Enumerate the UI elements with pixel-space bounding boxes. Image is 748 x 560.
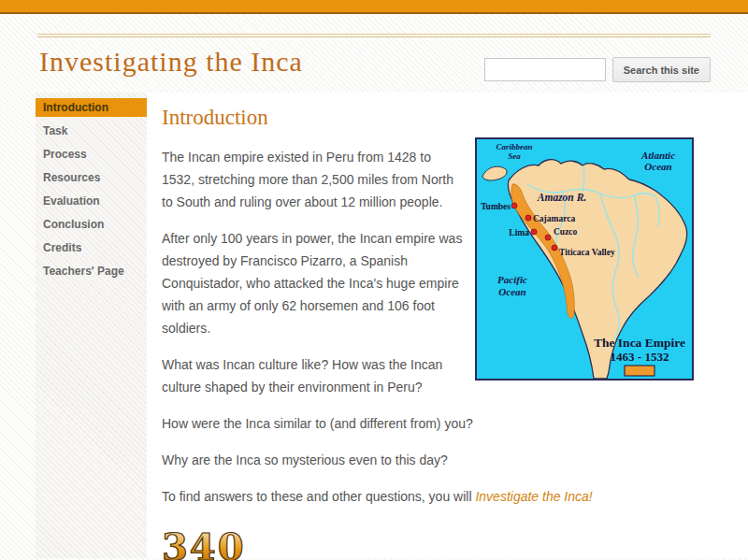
map-dot-cajamarca (525, 215, 531, 221)
closing-text: To find answers to these and other quest… (162, 489, 475, 504)
map-label-pacific-1: Pacific (497, 274, 527, 285)
page-body: Introduction Task Process Resources Eval… (0, 93, 748, 558)
top-accent-bar (0, 0, 748, 14)
map-label-tumbes: Tumbes (481, 202, 511, 211)
sidebar-nav: Introduction Task Process Resources Eval… (36, 93, 147, 558)
map-dot-titicaca (552, 245, 557, 251)
map-label-amazon: Amazon R. (537, 192, 586, 203)
site-header: Investigating the Inca Search this site (0, 14, 748, 93)
sidebar-item-credits[interactable]: Credits (36, 238, 147, 257)
map-label-caribbean-2: Sea (508, 151, 521, 161)
hit-counter: 340 Hit Counter Code (162, 528, 694, 560)
map-label-lima: Lima (509, 228, 529, 237)
map-label-atlantic-2: Ocean (644, 161, 671, 172)
search-button[interactable]: Search this site (612, 57, 711, 82)
map-label-pacific-2: Ocean (498, 286, 525, 297)
content-area: Tumbes Cajamarca Lima Cuzco Titicaca Val… (162, 132, 694, 560)
sidebar-item-evaluation[interactable]: Evaluation (36, 192, 147, 210)
intro-paragraph-5: Why are the Inca so mysterious even to t… (162, 449, 694, 471)
map-label-caribbean-1: Caribbean (496, 142, 532, 151)
investigate-the-inca-link[interactable]: Investigate the Inca! (475, 489, 592, 504)
main-content: Introduction (147, 93, 748, 558)
sidebar-item-task[interactable]: Task (36, 122, 147, 140)
sidebar-item-conclusion[interactable]: Conclusion (36, 215, 147, 234)
search-input[interactable] (484, 58, 606, 81)
decorative-rule (37, 34, 711, 37)
search-area: Search this site (484, 57, 711, 82)
sidebar-item-process[interactable]: Process (36, 145, 147, 164)
sidebar-item-teachers-page[interactable]: Teachers' Page (36, 262, 147, 280)
site-title: Investigating the Inca (39, 46, 303, 78)
map-dot-cuzco (545, 235, 551, 240)
map-dot-lima (531, 229, 537, 235)
map-label-titicaca-valley: Titicaca Valley (559, 248, 615, 257)
inca-empire-map-image: Tumbes Cajamarca Lima Cuzco Titicaca Val… (475, 137, 694, 381)
map-legend-title: The Inca Empire (594, 336, 685, 350)
map-label-cajamarca: Cajamarca (533, 214, 575, 223)
closing-paragraph: To find answers to these and other quest… (162, 485, 694, 508)
sidebar-item-introduction[interactable]: Introduction (36, 98, 147, 117)
map-legend-swatch (625, 366, 654, 376)
sidebar-list: Introduction Task Process Resources Eval… (36, 98, 147, 280)
intro-paragraph-4: How were the Inca similar to (and differ… (162, 412, 694, 435)
map-legend-years: 1463 - 1532 (611, 350, 669, 364)
map-label-cuzco: Cuzco (554, 227, 578, 237)
map-label-atlantic-1: Atlantic (640, 150, 675, 161)
map-dot-tumbes (511, 203, 517, 208)
page-title: Introduction (162, 106, 694, 130)
sidebar-item-resources[interactable]: Resources (36, 168, 147, 187)
hit-counter-value: 340 (162, 528, 246, 560)
